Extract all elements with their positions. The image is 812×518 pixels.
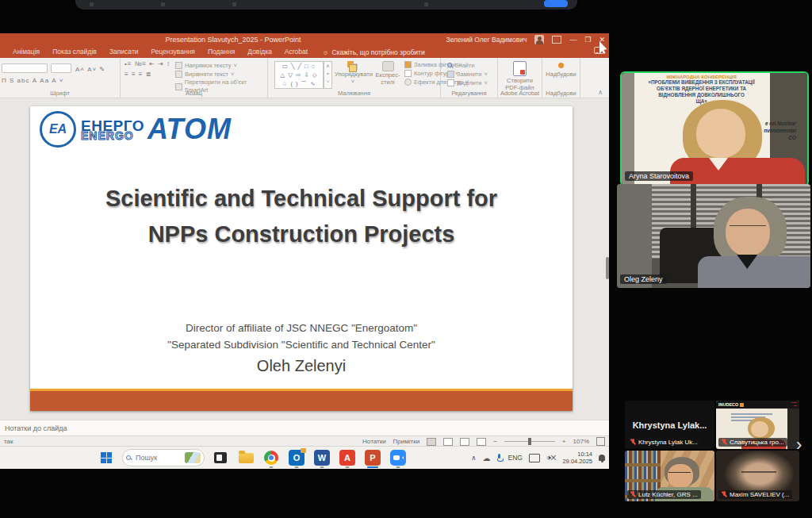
slide-title-line2[interactable]: NPPs Construction Projects (30, 221, 573, 247)
drawing-group: ▭ ╲ ╱ □ ○ △ ▽ ⇨ ⇩ ◇ ☆ ( ) ⌒ ∿ ∧ = ˅ Упор… (268, 58, 441, 98)
video-tile-oleg[interactable]: Oleg Zeleny (617, 184, 810, 288)
quick-styles-button[interactable]: Експрес-стилі (373, 61, 403, 86)
chrome-icon (264, 451, 278, 465)
muted-mic-icon (630, 439, 636, 446)
taskbar-search[interactable] (122, 449, 205, 466)
replace-button[interactable]: Замінити˅ (447, 70, 497, 79)
microphone-tray-icon[interactable] (497, 454, 502, 462)
slide-canvas[interactable]: ЕА ЕНЕРГО ENERGO АТОМ Scientific and Tec… (30, 106, 573, 411)
clock[interactable]: 10:14 29.04.2025 (562, 451, 592, 466)
slideshow-view-button[interactable] (477, 438, 486, 446)
align-text-button[interactable]: Вирівняти текст˅ (175, 70, 269, 79)
task-view-button[interactable] (211, 447, 230, 469)
slide-title-line1[interactable]: Scientific and Technical Support for (30, 186, 573, 212)
zoom-app-button[interactable] (389, 447, 408, 469)
title-bar[interactable]: Presentation Slavutych_2025 - PowerPoint… (0, 33, 609, 46)
font-size-select[interactable] (51, 63, 71, 73)
zoom-out-button[interactable]: − (493, 438, 497, 445)
tab-view[interactable]: Подання (201, 46, 241, 58)
create-pdf-icon (513, 61, 527, 76)
zoom-in-button[interactable]: + (562, 438, 566, 445)
shape-outline-icon (404, 70, 412, 77)
zoom-level[interactable]: 107% (573, 438, 589, 445)
video-tile-khrystyna[interactable]: Khrystyna Lylak... Khrystyna Lylak Uk... (625, 401, 714, 449)
start-button[interactable] (97, 447, 116, 469)
video-tile-slavutytska[interactable]: INUDECO ▪▪▪▪▪▪▪▪ Славутицька гро... (716, 401, 799, 449)
onedrive-icon[interactable]: ☁ (483, 454, 491, 462)
video-tile-lutz[interactable]: Lutz Küchler, GRS ... (625, 451, 714, 501)
slide-author[interactable]: Oleh Zelenyi (30, 357, 573, 375)
font-style-buttons[interactable]: П S abc Ӓ Аа А ˅ (0, 77, 120, 84)
tab-animation[interactable]: Анімація (6, 46, 46, 58)
search-input[interactable] (134, 453, 172, 462)
slide-sorter-view-button[interactable] (443, 438, 453, 446)
list-buttons[interactable]: •≡ №≡ ⇤ ⇥ ↕ (124, 60, 170, 67)
arrange-button[interactable]: Упорядкувати ˅ (335, 61, 371, 85)
minimize-button[interactable]: — (569, 36, 576, 44)
align-buttons[interactable]: ≡ ≡ ≡ ≣ (124, 71, 170, 78)
find-icon (447, 63, 453, 68)
notifications-bell-icon[interactable] (599, 455, 605, 461)
file-explorer-button[interactable] (236, 447, 255, 469)
font-name-select[interactable] (2, 63, 48, 73)
cast-icon[interactable] (529, 454, 540, 462)
reading-view-button[interactable] (460, 438, 469, 446)
meeting-floating-toolbar[interactable] (75, 0, 577, 10)
tab-help[interactable]: Довідка (241, 46, 278, 58)
notes-pane[interactable]: Нотатки до слайда (0, 420, 609, 436)
addins-button[interactable]: Надбудови (542, 63, 580, 78)
toolbar-icon[interactable] (90, 2, 94, 6)
primary-action-button[interactable] (544, 0, 568, 7)
video-tile-maxim[interactable]: Maxim SAVELIEV (... (716, 451, 799, 501)
tray-date: 29.04.2025 (562, 458, 592, 465)
slide-subtitle-line1[interactable]: Director of affiliate of JSC NNEGC "Ener… (30, 322, 573, 334)
muted-mic-icon (722, 491, 727, 498)
find-button[interactable]: Знайти (447, 61, 497, 70)
muted-mic-icon (630, 491, 636, 498)
more-participants-chevron[interactable]: › (796, 436, 802, 454)
shapes-scrollbar[interactable]: ∧ = ˅ (324, 61, 332, 89)
acrobat-group-label: Adobe Acrobat (498, 90, 542, 97)
arrange-icon (347, 61, 358, 71)
notes-toggle[interactable]: Нотатки (362, 438, 386, 445)
participant-face (726, 209, 770, 256)
tray-chevron[interactable]: ∧ (471, 454, 476, 462)
tab-slideshow[interactable]: Показ слайдів (46, 46, 103, 58)
tab-record[interactable]: Записати (103, 46, 145, 58)
outlook-button[interactable]: O (287, 447, 306, 469)
participant-name-label: Lutz Küchler, GRS ... (627, 490, 701, 499)
normal-view-button[interactable] (427, 438, 436, 446)
tab-acrobat[interactable]: Acrobat (278, 46, 314, 58)
notes-placeholder: Нотатки до слайда (5, 424, 67, 432)
slide-subtitle-line2[interactable]: "Separated Subdivision "Scientific and T… (30, 339, 573, 351)
user-avatar[interactable] (534, 35, 544, 44)
word-button[interactable]: W (312, 447, 331, 469)
toolbar-icon[interactable] (424, 2, 428, 6)
collapse-ribbon-button[interactable]: ∧ (598, 89, 603, 96)
text-direction-button[interactable]: Напрямок тексту˅ (175, 61, 269, 70)
lightbulb-icon: ☼ (322, 48, 328, 56)
chrome-button[interactable] (262, 447, 281, 469)
search-highlight-thumbnail[interactable] (185, 452, 201, 463)
toolbar-icon[interactable] (232, 2, 236, 6)
tab-review[interactable]: Рецензування (145, 46, 201, 58)
comments-toggle[interactable]: Примітки (393, 438, 420, 445)
zoom-slider-thumb[interactable] (528, 438, 531, 445)
restore-button[interactable]: ❐ (584, 36, 591, 44)
tell-me-box[interactable]: ☼ Скажіть, що потрібно зробити (322, 48, 425, 56)
slide-scrollbar[interactable] (606, 257, 609, 279)
create-pdf-button[interactable]: Створити PDF-файл (498, 61, 542, 91)
toolbar-icon[interactable] (161, 2, 165, 6)
zoom-slider[interactable] (504, 441, 555, 442)
shapes-gallery[interactable]: ▭ ╲ ╱ □ ○ △ ▽ ⇨ ⇩ ◇ ☆ ( ) ⌒ ∿ (274, 61, 324, 89)
fit-slide-button[interactable] (596, 437, 605, 446)
acrobat-button[interactable]: A (338, 447, 357, 469)
powerpoint-button[interactable]: P (363, 447, 382, 469)
select-button[interactable]: Виділити˅ (447, 79, 497, 87)
language-indicator[interactable]: ENG (508, 454, 523, 462)
speaker-muted-icon[interactable]: 🕩✕ (546, 454, 557, 462)
ribbon-display-options-icon[interactable] (552, 36, 561, 44)
font-size-buttons[interactable]: А˄ А˅ ✎ (75, 66, 105, 73)
header-red-text: ▪▪▪▪▪▪▪▪ (791, 401, 797, 409)
video-tile-aryna[interactable]: МІЖНАРОДНА КОНФЕРЕНЦІЯ «ПРОБЛЕМИ ВИВЕДЕН… (620, 71, 809, 186)
